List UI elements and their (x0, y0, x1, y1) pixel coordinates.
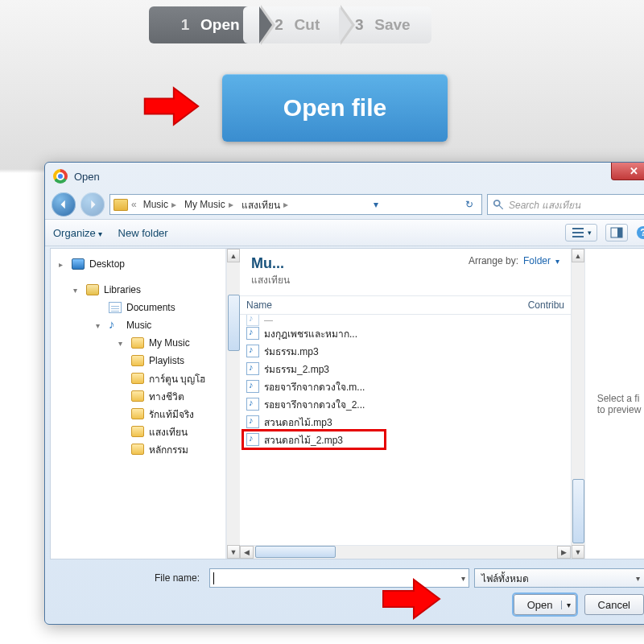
breadcrumb[interactable]: Music▸ (140, 199, 180, 210)
address-bar[interactable]: « Music▸ My Music▸ แสงเทียน▸ ▾ ↻ (109, 194, 482, 215)
list-item[interactable]: รอยจารึกจากดวงใจ.m... (240, 378, 571, 395)
preview-pane: Select a fi to preview (584, 249, 644, 559)
file-name: มงกุฎเพชรและหมาก... (264, 326, 357, 341)
tree-node[interactable]: หลักกรรม (51, 440, 225, 458)
search-icon (493, 199, 504, 210)
cancel-button[interactable]: Cancel (584, 594, 644, 615)
tree-node-label: Playlists (149, 355, 184, 366)
svg-rect-0 (572, 228, 584, 229)
folder-icon (114, 199, 128, 211)
list-item[interactable]: สวนดอกไม้.mp3 (240, 413, 571, 431)
scroll-up-icon[interactable]: ▲ (227, 249, 240, 262)
filename-label: File name: (56, 572, 204, 584)
chevron-down-icon[interactable]: ▾ (461, 574, 465, 583)
scroll-thumb[interactable] (255, 546, 336, 558)
library-title: Mu... (251, 255, 290, 272)
tree-node[interactable]: ▸Desktop (51, 255, 225, 273)
search-input[interactable]: Search แสงเทียน (487, 194, 644, 215)
file-list-hscroll[interactable]: ◀ ▶ (240, 545, 571, 559)
list-item[interactable]: สวนดอกไม้_2.mp3 (240, 431, 571, 448)
close-button[interactable]: ✕ (611, 163, 644, 180)
scroll-down-icon[interactable]: ▼ (572, 545, 584, 559)
fold-icon (131, 444, 144, 455)
audio-file-icon (246, 362, 259, 375)
fold-icon (131, 355, 144, 366)
filename-input[interactable]: ▾ (209, 568, 469, 588)
tree-node[interactable]: ▾My Music (51, 334, 225, 352)
column-headers[interactable]: Name Contribu (240, 295, 571, 315)
file-name: ร่มธรรม_2.mp3 (264, 361, 329, 377)
step-number: 1 (176, 16, 194, 34)
scroll-down-icon[interactable]: ▼ (227, 545, 240, 559)
lib-icon (86, 284, 99, 295)
file-panel: Mu... แสงเทียน Arrange by: Folder ▾ Name… (240, 249, 571, 559)
file-name: สวนดอกไม้_2.mp3 (264, 432, 343, 448)
tree-node[interactable]: แสงเทียน (51, 423, 225, 440)
desktop-icon (72, 258, 85, 270)
column-contributing[interactable]: Contribu (528, 299, 564, 311)
svg-text:?: ? (640, 227, 644, 238)
tree-node[interactable]: ▾Libraries (51, 281, 225, 299)
dialog-toolbar: Organize New folder ▾ ? (45, 219, 644, 246)
file-open-dialog: Open ✕ « Music▸ My Music▸ แสงเทียน▸ ▾ ↻ … (44, 162, 644, 625)
caret-down-icon: ▾ (73, 286, 81, 295)
tree-node-label: Libraries (104, 284, 141, 295)
arrange-by-control[interactable]: Arrange by: Folder ▾ (469, 255, 559, 266)
doc-icon (109, 302, 122, 313)
file-list-scrollbar[interactable]: ▲ ▼ (571, 249, 584, 559)
nav-forward-button[interactable] (80, 192, 105, 217)
tree-scrollbar[interactable]: ▲ ▼ (226, 249, 240, 559)
chevron-down-icon: ▾ (555, 257, 559, 266)
scroll-right-icon[interactable]: ▶ (557, 546, 571, 559)
tree-node[interactable]: Documents (51, 299, 225, 316)
filetype-filter[interactable]: ไฟล์ทั้งหมด ▾ (474, 568, 644, 588)
list-item[interactable]: ร่มธรรม_2.mp3 (240, 360, 571, 378)
open-file-label: Open file (283, 94, 386, 122)
preview-pane-button[interactable] (605, 224, 628, 242)
scroll-thumb[interactable] (228, 295, 240, 351)
text-caret (213, 572, 214, 584)
wizard-steps: 1 Open 2 Cut 3 Save (149, 6, 431, 43)
open-file-button[interactable]: Open file (222, 74, 448, 142)
open-button[interactable]: Open ▾ (514, 594, 576, 615)
tree-node[interactable]: การ์ตูน บุญโฮ (51, 369, 225, 387)
svg-rect-2 (572, 236, 584, 237)
address-dropdown-icon[interactable]: ▾ (369, 199, 383, 210)
view-mode-button[interactable]: ▾ (565, 224, 597, 242)
tree-node[interactable]: ▾♪Music (51, 316, 225, 334)
dialog-footer: File name: ▾ ไฟล์ทั้งหมด ▾ Open ▾ Cancel (50, 564, 644, 619)
scroll-up-icon[interactable]: ▲ (572, 249, 584, 262)
chrome-icon (53, 169, 68, 184)
tree-node[interactable]: ทางชีวิต (51, 387, 225, 405)
breadcrumb[interactable]: แสงเทียน▸ (238, 197, 291, 213)
audio-file-icon (246, 398, 259, 411)
nav-back-button[interactable] (52, 192, 76, 217)
audio-file-icon (246, 415, 259, 428)
open-split-dropdown[interactable]: ▾ (561, 601, 571, 609)
help-icon[interactable]: ? (636, 225, 644, 240)
list-item[interactable]: ร่มธรรม.mp3 (240, 342, 571, 360)
breadcrumb[interactable]: My Music▸ (181, 199, 237, 210)
file-name: สวนดอกไม้.mp3 (264, 415, 332, 430)
refresh-icon[interactable]: ↻ (460, 199, 478, 210)
list-item[interactable]: รอยจารึกจากดวงใจ_2... (240, 395, 571, 413)
scroll-left-icon[interactable]: ◀ (240, 546, 254, 559)
scroll-thumb[interactable] (572, 479, 584, 543)
caret-down-icon: ▾ (118, 339, 126, 348)
file-name: ร่มธรรม.mp3 (264, 344, 319, 359)
library-subtitle: แสงเทียน (251, 272, 290, 287)
tree-node[interactable]: Playlists (51, 352, 225, 369)
file-panel-header: Mu... แสงเทียน Arrange by: Folder ▾ (240, 249, 571, 295)
music-icon: ♪ (109, 320, 122, 331)
tree-node[interactable]: รักแท้มีจริง (51, 405, 225, 423)
svg-rect-1 (572, 232, 584, 233)
column-name[interactable]: Name (246, 299, 528, 311)
file-name: รอยจารึกจากดวงใจ_2... (264, 397, 365, 412)
audio-file-icon (246, 327, 259, 340)
list-item[interactable]: มงกุฎเพชรและหมาก... (240, 324, 571, 342)
svg-rect-4 (617, 228, 622, 237)
new-folder-button[interactable]: New folder (118, 227, 168, 239)
nav-row: « Music▸ My Music▸ แสงเทียน▸ ▾ ↻ Search … (45, 190, 644, 219)
organize-menu[interactable]: Organize (53, 227, 102, 239)
list-item[interactable]: — (240, 315, 571, 324)
